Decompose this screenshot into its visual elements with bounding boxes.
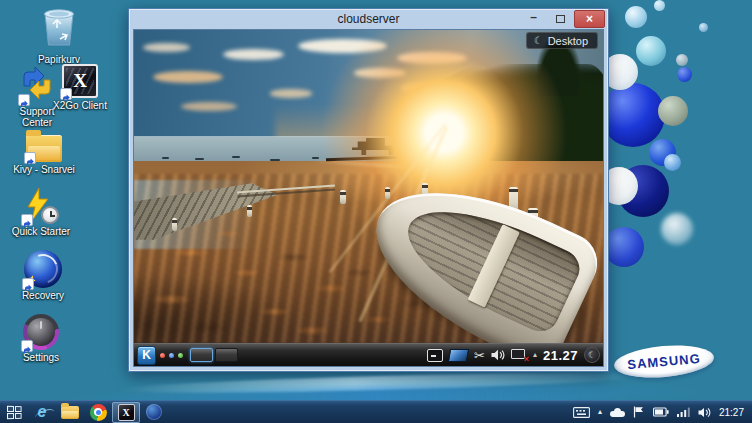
bubble (699, 23, 708, 32)
wallpaper-cloud (143, 43, 190, 52)
wallpaper-post (340, 190, 346, 204)
settings-knob-icon (23, 314, 59, 350)
bubble (661, 213, 693, 245)
network-disconnected-icon[interactable]: × (511, 349, 527, 362)
folder-icon (26, 128, 62, 162)
taskbar-clock[interactable]: 21:27 (719, 407, 744, 418)
klipper-scissors-icon[interactable]: ✂ (474, 349, 485, 362)
window-titlebar[interactable]: cloudserver – × (129, 9, 608, 29)
red-x-overlay: × (524, 355, 529, 364)
wallpaper-small-boat (162, 157, 169, 159)
activity-dot-blue-icon[interactable] (169, 353, 174, 358)
taskbar-file-explorer[interactable] (56, 401, 84, 423)
desktop-icon-kivy-snarvei[interactable]: Kivy - Snarvei (6, 128, 82, 175)
panel-cashew-icon[interactable]: ☾ (584, 347, 600, 363)
minimize-button[interactable]: – (520, 9, 547, 29)
wallpaper-cloud (153, 71, 223, 84)
kde-application-launcher[interactable]: K (137, 346, 156, 365)
start-button[interactable] (0, 401, 28, 423)
globe-app-icon (146, 404, 162, 420)
windows-system-tray: ▴ 21:27 (573, 401, 752, 423)
virtual-desktop-1[interactable] (190, 348, 213, 362)
plasma-cashew-icon: ☾ (534, 35, 543, 46)
taskbar-x2go-active[interactable]: X (112, 402, 140, 423)
wallpaper-post (172, 218, 177, 231)
action-center-flag-icon[interactable] (633, 406, 645, 418)
windows-taskbar: e X ▴ 21:27 (0, 400, 752, 423)
bubble (677, 67, 692, 82)
bubble (676, 54, 688, 66)
kde-system-tray: ✂ × ▴ 21.27 ☾ (427, 347, 600, 363)
taskbar-chrome[interactable] (84, 401, 112, 423)
x2go-taskbar-icon: X (118, 404, 135, 421)
quick-starter-icon (23, 188, 59, 224)
recycle-bin-icon (38, 4, 80, 52)
tray-expander-icon[interactable]: ▴ (533, 351, 537, 359)
volume-icon[interactable] (491, 349, 505, 361)
virtual-desktop-2[interactable] (215, 348, 238, 362)
terminal-tray-icon[interactable] (427, 349, 443, 362)
shortcut-arrow-icon (60, 88, 72, 100)
desktop-icon-label: Kivy - Snarvei (13, 164, 75, 175)
windows-logo-icon (6, 405, 21, 418)
desktop-icon-settings[interactable]: Settings (8, 314, 74, 363)
chrome-icon (90, 404, 107, 421)
bubble (625, 6, 647, 28)
wallpaper-cloud (181, 102, 237, 111)
desktop-icon-label: Quick Starter (12, 226, 70, 237)
plasma-desktop-toolbox[interactable]: ☾ Desktop (526, 32, 598, 49)
taskbar-internet-explorer[interactable]: e (28, 401, 56, 423)
wallpaper-small-boat (232, 156, 240, 158)
network-signal-icon[interactable] (677, 407, 690, 417)
taskbar-globe-app[interactable] (140, 401, 168, 423)
activity-dot-green-icon[interactable] (178, 353, 183, 358)
touch-keyboard-icon[interactable] (573, 407, 590, 418)
cloudserver-window: cloudserver – × (128, 8, 609, 372)
plasma-toolbox-label: Desktop (548, 35, 588, 47)
shortcut-arrow-icon (21, 214, 33, 226)
maximize-icon (556, 15, 565, 23)
bubble (658, 96, 688, 126)
display-screen-shape (448, 349, 469, 362)
show-hidden-icons[interactable]: ▴ (598, 408, 602, 416)
clock-face-icon (41, 206, 59, 224)
kde-desktop-wallpaper[interactable]: ☾ Desktop (134, 30, 603, 343)
display-tray-icon[interactable] (449, 349, 468, 362)
bubble (601, 83, 665, 147)
wallpaper-cloud (270, 89, 312, 97)
desktop-icon-recovery[interactable]: Recovery (10, 250, 76, 301)
desktop-icon-x2go-client[interactable]: X X2Go Client (48, 64, 112, 111)
kmenu-k-icon: K (142, 348, 151, 362)
close-button[interactable]: × (574, 10, 605, 28)
maximize-button[interactable] (547, 9, 574, 29)
bubble (636, 36, 666, 66)
bubble (664, 154, 681, 171)
wallpaper-post (247, 205, 252, 217)
wallpaper-cloud (223, 49, 284, 60)
recovery-icon (24, 250, 62, 288)
virtual-desktop-pager (190, 348, 238, 362)
shortcut-arrow-icon (18, 94, 30, 106)
samsung-logo-text: SAMSUNG (627, 351, 701, 372)
file-explorer-icon (61, 406, 79, 419)
x2go-client-icon: X (62, 64, 98, 98)
shortcut-arrow-icon (21, 340, 33, 352)
bubble (604, 227, 644, 267)
desktop-icon-recycle-bin[interactable]: Papirkurv (18, 4, 100, 65)
kde-panel: K ✂ × ▴ 21.27 (134, 343, 603, 366)
shortcut-arrow-icon (22, 278, 34, 290)
onedrive-cloud-icon[interactable] (610, 408, 625, 417)
activity-dot-red-icon[interactable] (160, 353, 165, 358)
internet-explorer-icon: e (38, 404, 47, 420)
cashew-glyph: ☾ (588, 350, 596, 360)
bubble (654, 0, 665, 11)
shortcut-arrow-icon (24, 152, 36, 164)
kde-clock[interactable]: 21.27 (543, 348, 578, 363)
desktop-icon-quick-starter[interactable]: Quick Starter (4, 188, 78, 237)
battery-icon[interactable] (653, 407, 669, 417)
remote-desktop-viewport[interactable]: ☾ Desktop K ✂ (133, 29, 604, 367)
speaker-icon[interactable] (698, 407, 711, 418)
